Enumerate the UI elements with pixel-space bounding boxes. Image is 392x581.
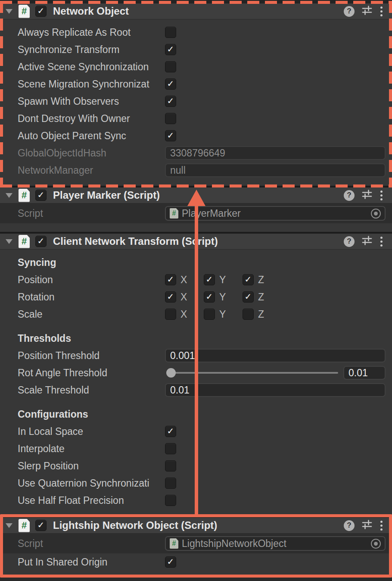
header-icons: ? xyxy=(344,235,383,248)
presets-icon[interactable] xyxy=(361,519,373,532)
property-checkbox[interactable]: ✓ xyxy=(165,44,176,55)
help-icon[interactable]: ? xyxy=(344,236,355,247)
property-row: Synchronize Transform✓ xyxy=(0,41,392,58)
presets-icon[interactable] xyxy=(361,235,373,248)
more-menu-icon[interactable] xyxy=(380,236,383,247)
property-row: Position Threshold0.001 xyxy=(0,347,392,364)
object-field[interactable]: #LightshipNetworkObject xyxy=(165,536,386,551)
axis-label: Y xyxy=(219,274,226,286)
help-icon[interactable]: ? xyxy=(344,190,355,201)
check-icon: ✓ xyxy=(245,292,252,301)
property-row: Auto Object Parent Sync✓ xyxy=(0,127,392,144)
property-row: In Local Space✓ xyxy=(0,423,392,440)
axis-checkbox[interactable]: ✓ xyxy=(243,291,254,303)
property-checkbox[interactable]: ✓ xyxy=(165,27,176,38)
help-icon[interactable]: ? xyxy=(344,6,355,17)
header-icons: ? xyxy=(344,189,383,202)
row-spacer xyxy=(0,323,392,330)
check-icon: ✓ xyxy=(167,131,174,140)
text-field[interactable]: 0.001 xyxy=(165,349,386,362)
csharp-script-icon: # xyxy=(170,208,178,219)
question-glyph: ? xyxy=(347,521,351,530)
slider-value-field[interactable]: 0.01 xyxy=(343,366,386,380)
property-checkbox[interactable]: ✓ xyxy=(165,113,176,124)
property-checkbox[interactable]: ✓ xyxy=(165,460,176,472)
axis-toggles: ✓X✓Y✓Z xyxy=(165,288,281,306)
property-row: GlobalObjectIdHash3308796649 xyxy=(0,144,392,162)
axis-checkbox[interactable]: ✓ xyxy=(204,274,215,285)
property-label: Position xyxy=(18,274,165,286)
slider-track[interactable] xyxy=(168,372,338,374)
axis-toggle: ✓Z xyxy=(243,291,281,303)
axis-checkbox[interactable]: ✓ xyxy=(204,291,215,303)
property-row: Scale Threshold0.01 xyxy=(0,381,392,399)
object-picker-icon[interactable] xyxy=(371,539,381,549)
field-value: 0.001 xyxy=(170,350,195,362)
property-label: Script xyxy=(18,208,165,219)
property-checkbox[interactable]: ✓ xyxy=(165,130,176,141)
component-enable-checkbox[interactable]: ✓ xyxy=(35,190,47,201)
foldout-arrow-icon[interactable] xyxy=(6,523,12,528)
slider-handle[interactable] xyxy=(166,368,176,378)
foldout-arrow-icon[interactable] xyxy=(6,239,12,244)
object-picker-icon[interactable] xyxy=(371,209,381,219)
help-icon[interactable]: ? xyxy=(344,520,355,531)
property-label: Slerp Position xyxy=(18,460,165,472)
property-label: Position Threshold xyxy=(18,350,165,362)
component-enable-checkbox[interactable]: ✓ xyxy=(35,520,47,531)
more-menu-icon[interactable] xyxy=(380,520,383,531)
question-glyph: ? xyxy=(347,237,351,246)
csharp-script-icon: # xyxy=(19,519,30,532)
check-icon: ✓ xyxy=(37,521,45,529)
axis-checkbox[interactable]: ✓ xyxy=(243,274,254,285)
axis-checkbox[interactable]: ✓ xyxy=(243,309,254,320)
property-checkbox[interactable]: ✓ xyxy=(165,426,176,437)
property-label: Configurations xyxy=(18,409,88,420)
property-row: Interpolate✓ xyxy=(0,440,392,457)
property-checkbox[interactable]: ✓ xyxy=(165,478,176,489)
component-enable-checkbox[interactable]: ✓ xyxy=(35,6,47,17)
property-checkbox[interactable]: ✓ xyxy=(165,443,176,454)
text-field[interactable]: 0.01 xyxy=(165,383,386,397)
check-icon: ✓ xyxy=(37,6,45,15)
hash-glyph: # xyxy=(22,190,27,201)
property-checkbox[interactable]: ✓ xyxy=(165,556,176,568)
axis-checkbox[interactable]: ✓ xyxy=(165,309,176,320)
check-icon: ✓ xyxy=(37,191,45,199)
object-field[interactable]: #PlayerMarker xyxy=(165,206,386,221)
property-checkbox[interactable]: ✓ xyxy=(165,495,176,506)
component-enable-checkbox[interactable]: ✓ xyxy=(35,236,47,247)
property-checkbox[interactable]: ✓ xyxy=(165,96,176,107)
property-checkbox[interactable]: ✓ xyxy=(165,61,176,72)
property-row: NetworkManagernull xyxy=(0,162,392,179)
more-menu-icon[interactable] xyxy=(380,6,383,17)
field-value: 0.01 xyxy=(170,384,190,396)
foldout-arrow-icon[interactable] xyxy=(6,9,12,14)
axis-checkbox[interactable]: ✓ xyxy=(165,291,176,303)
unity-inspector: #✓Network Object?Always Replicate As Roo… xyxy=(0,0,392,581)
axis-checkbox[interactable]: ✓ xyxy=(165,274,176,285)
property-row: Configurations xyxy=(0,406,392,423)
foldout-arrow-icon[interactable] xyxy=(6,193,12,198)
hash-glyph: # xyxy=(172,209,176,217)
property-checkbox[interactable]: ✓ xyxy=(165,78,176,90)
axis-toggle: ✓Y xyxy=(204,309,243,320)
property-row: Thresholds xyxy=(0,330,392,347)
axis-toggle: ✓Y xyxy=(204,274,243,286)
csharp-script-icon: # xyxy=(19,235,30,248)
more-menu-icon[interactable] xyxy=(380,190,383,201)
property-label: Use Quaternion Synchronizati xyxy=(18,478,165,489)
axis-checkbox[interactable]: ✓ xyxy=(204,309,215,320)
property-row: Slerp Position✓ xyxy=(0,457,392,475)
component-body: SyncingPosition✓X✓Y✓ZRotation✓X✓Y✓ZScale… xyxy=(0,250,392,516)
hash-glyph: # xyxy=(172,540,176,547)
presets-icon[interactable] xyxy=(361,5,373,18)
csharp-script-icon: # xyxy=(170,538,178,549)
property-label: Scale xyxy=(18,309,165,320)
presets-icon[interactable] xyxy=(361,189,373,202)
component-header: #✓Client Network Transform (Script)? xyxy=(0,234,392,250)
text-field[interactable]: 3308796649 xyxy=(165,146,386,160)
property-label: Auto Object Parent Sync xyxy=(18,130,165,142)
text-field[interactable]: null xyxy=(165,163,386,177)
inspector-bottom-gap xyxy=(0,578,392,581)
